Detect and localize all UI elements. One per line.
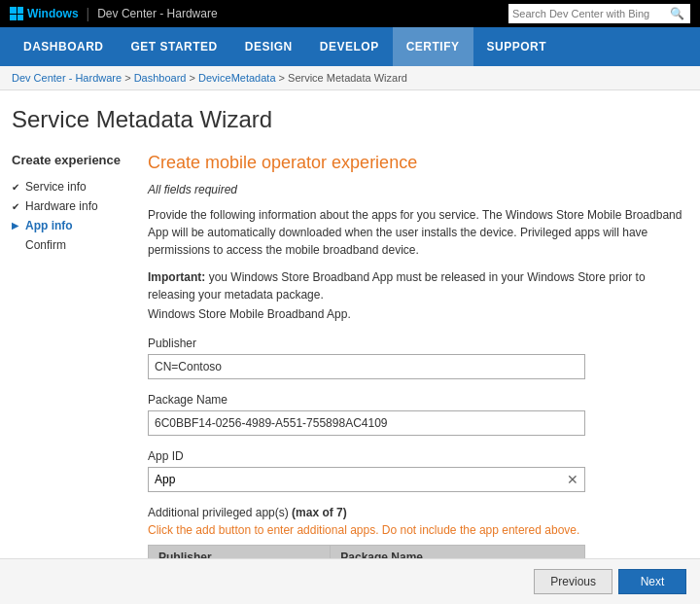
- package-name-input[interactable]: [148, 410, 585, 436]
- content-area: Create mobile operator experience All fi…: [148, 153, 688, 604]
- app-id-label: App ID: [148, 449, 688, 463]
- footer: Previous Next: [0, 558, 700, 604]
- nav-support[interactable]: SUPPORT: [473, 27, 561, 66]
- app-id-input-wrapper: ✕: [148, 467, 585, 492]
- next-button[interactable]: Next: [618, 569, 686, 594]
- click-add-note: Click the add button to enter additional…: [148, 523, 688, 537]
- package-name-label: Package Name: [148, 393, 688, 407]
- sidebar-item-hardware-info[interactable]: Hardware info: [12, 196, 128, 216]
- topbar: Windows | Dev Center - Hardware 🔍: [0, 0, 700, 27]
- sidebar: Create experience Service info Hardware …: [12, 153, 128, 604]
- app-id-input[interactable]: [149, 468, 561, 491]
- sidebar-section-title: Create experience: [12, 153, 128, 167]
- publisher-section: Publisher: [148, 337, 688, 379]
- max-note: (max of 7): [292, 506, 347, 519]
- page-title: Service Metadata Wizard: [12, 106, 688, 133]
- sidebar-item-app-info[interactable]: App info: [12, 216, 128, 235]
- publisher-label: Publisher: [148, 337, 688, 350]
- sidebar-item-confirm[interactable]: Confirm: [12, 235, 128, 255]
- search-input[interactable]: [512, 8, 668, 19]
- nav-certify[interactable]: CERTIFY: [393, 27, 473, 66]
- previous-button[interactable]: Previous: [534, 569, 612, 594]
- navbar: DASHBOARD GET STARTED DESIGN DEVELOP CER…: [0, 27, 700, 66]
- topbar-separator: |: [87, 6, 90, 21]
- nav-design[interactable]: DESIGN: [231, 27, 306, 66]
- windows-logo: Windows: [10, 7, 79, 20]
- breadcrumb-current: Service Metadata Wizard: [288, 72, 407, 84]
- breadcrumb: Dev Center - Hardware > Dashboard > Devi…: [0, 66, 700, 90]
- important-text: Important: you Windows Store Broadband A…: [148, 268, 688, 303]
- logo-text: Windows: [27, 7, 79, 20]
- breadcrumb-link-3[interactable]: DeviceMetadata: [198, 72, 276, 84]
- nav-develop[interactable]: DEVELOP: [306, 27, 393, 66]
- nav-get-started[interactable]: GET STARTED: [118, 27, 231, 66]
- additional-apps-label: Additional privileged app(s) (max of 7): [148, 506, 688, 519]
- app-id-section: App ID ✕: [148, 449, 688, 492]
- windows-icon: [10, 7, 23, 20]
- content-heading: Create mobile operator experience: [148, 153, 688, 173]
- nav-dashboard[interactable]: DASHBOARD: [10, 27, 118, 66]
- all-fields-label: All fields required: [148, 183, 688, 196]
- app-id-clear-button[interactable]: ✕: [561, 473, 584, 486]
- main-content: Create experience Service info Hardware …: [0, 133, 700, 604]
- publisher-input[interactable]: [148, 354, 585, 379]
- page-title-area: Service Metadata Wizard: [0, 90, 700, 133]
- search-box[interactable]: 🔍: [508, 4, 690, 23]
- site-title: Dev Center - Hardware: [97, 7, 217, 20]
- search-button[interactable]: 🔍: [668, 7, 686, 20]
- breadcrumb-link-1[interactable]: Dev Center - Hardware: [12, 72, 122, 84]
- description-text: Provide the following information about …: [148, 206, 688, 259]
- breadcrumb-link-2[interactable]: Dashboard: [134, 72, 187, 84]
- package-name-section: Package Name: [148, 393, 688, 436]
- sidebar-item-service-info[interactable]: Service info: [12, 177, 128, 196]
- important-sub-text: Windows Store Mobile Broadband App.: [148, 307, 688, 321]
